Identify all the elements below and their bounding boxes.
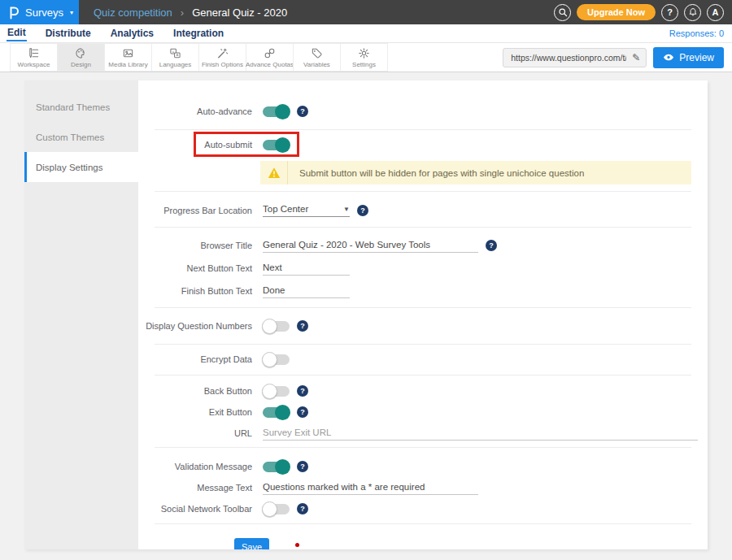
edit-url-pencil-icon[interactable]: ✎ <box>632 52 640 63</box>
toolbar-variables-label: Variables <box>303 61 330 68</box>
display-settings-form: Auto-advance Auto-submit <box>138 80 708 549</box>
section-validation: Validation Message Message Text Social N… <box>138 448 708 523</box>
advance-quotas-links-icon <box>264 47 276 59</box>
sidebar-item-display-settings[interactable]: Display Settings <box>24 152 138 182</box>
bell-icon <box>688 7 698 17</box>
media-library-icon <box>122 47 134 59</box>
next-button-text-label: Next Button Text <box>138 263 252 273</box>
workspace-icon <box>28 47 40 59</box>
toolbar-advance-quotas[interactable]: Advance Quotas <box>246 43 294 72</box>
preview-button-label: Preview <box>679 52 714 63</box>
preview-button[interactable]: Preview <box>653 47 724 68</box>
toolbar-finish-options[interactable]: Finish Options <box>198 43 246 72</box>
section-encrypt-data: Encrypt Data <box>138 345 708 375</box>
auto-advance-help-icon[interactable] <box>297 106 308 117</box>
section-question-numbers: Display Question Numbers <box>138 308 708 344</box>
exit-url-input[interactable] <box>263 426 698 441</box>
svg-text:a: a <box>172 49 175 53</box>
message-text-input[interactable] <box>263 480 478 495</box>
display-question-numbers-label: Display Question Numbers <box>138 321 252 331</box>
toolbar-design[interactable]: Design <box>57 43 105 72</box>
account-avatar[interactable]: A <box>707 4 724 21</box>
help-button[interactable]: ? <box>661 4 678 21</box>
social-network-toolbar-toggle[interactable] <box>263 504 290 514</box>
auto-submit-toggle[interactable] <box>263 140 290 150</box>
browser-title-help-icon[interactable] <box>486 240 497 251</box>
section-auto-advance: Auto-advance <box>138 80 708 129</box>
toolbar-languages-label: Languages <box>159 61 192 68</box>
breadcrumb-survey-title: General Quiz - 2020 <box>192 7 287 19</box>
save-button[interactable]: Save <box>234 538 269 549</box>
search-button[interactable] <box>554 4 571 21</box>
toolbar-variables[interactable]: Variables <box>293 43 341 72</box>
exit-button-help-icon[interactable] <box>297 406 308 418</box>
sidebar-item-custom-themes[interactable]: Custom Themes <box>24 122 138 152</box>
validation-message-toggle[interactable] <box>263 462 290 472</box>
tab-edit[interactable]: Edit <box>7 25 27 41</box>
validation-message-label: Validation Message <box>138 462 252 471</box>
tab-distribute[interactable]: Distribute <box>45 26 92 41</box>
back-button-label: Back Button <box>138 386 252 396</box>
progress-bar-location-select[interactable]: Top Center ▼ <box>263 204 350 217</box>
browser-title-input[interactable] <box>263 238 478 253</box>
display-question-numbers-help-icon[interactable] <box>297 320 308 332</box>
message-text-label: Message Text <box>138 483 252 493</box>
breadcrumb: Quiz competition › General Quiz - 2020 <box>94 0 287 24</box>
progress-bar-location-value: Top Center <box>263 204 308 214</box>
design-panel: Standard Themes Custom Themes Display Se… <box>24 80 708 549</box>
section-progress-bar: Progress Bar Location Top Center ▼ <box>138 192 708 227</box>
design-sidebar: Standard Themes Custom Themes Display Se… <box>24 80 138 549</box>
eye-icon <box>663 53 674 62</box>
validation-message-help-icon[interactable] <box>297 461 308 472</box>
questionpro-logo-icon <box>8 6 20 20</box>
warning-triangle-icon <box>268 167 281 179</box>
encrypt-data-toggle[interactable] <box>263 354 290 365</box>
surveys-menu-label: Surveys <box>25 7 63 19</box>
browser-title-label: Browser Title <box>138 241 252 250</box>
section-auto-submit: Auto-submit Submit button will be hidden… <box>138 130 708 191</box>
exit-button-label: Exit Button <box>138 407 252 417</box>
toolbar-media-library[interactable]: Media Library <box>104 43 152 72</box>
variables-tag-icon <box>311 47 323 59</box>
next-button-text-input[interactable] <box>263 261 350 276</box>
survey-nav: Edit Distribute Analytics Integration Re… <box>0 24 732 43</box>
red-dot-annotation <box>295 543 299 547</box>
responses-count[interactable]: Responses: 0 <box>669 28 724 38</box>
toolbar-languages[interactable]: aA Languages <box>151 43 199 72</box>
finish-button-text-input[interactable] <box>263 284 350 298</box>
breadcrumb-folder[interactable]: Quiz competition <box>94 7 172 19</box>
back-button-toggle[interactable] <box>263 386 290 397</box>
notifications-button[interactable] <box>684 4 701 21</box>
tab-integration[interactable]: Integration <box>172 26 224 41</box>
surveys-menu[interactable]: Surveys ▾ <box>0 0 79 24</box>
chevron-down-icon: ▼ <box>343 206 350 213</box>
exit-button-toggle[interactable] <box>263 407 290 418</box>
section-save: Save <box>138 524 708 549</box>
auto-advance-toggle[interactable] <box>263 106 290 117</box>
toolbar-workspace-label: Workspace <box>18 61 50 68</box>
top-bar: Surveys ▾ Quiz competition › General Qui… <box>0 0 732 24</box>
social-network-toolbar-help-icon[interactable] <box>297 503 308 514</box>
toolbar-media-library-label: Media Library <box>108 61 147 68</box>
upgrade-now-button[interactable]: Upgrade Now <box>577 4 656 20</box>
progress-bar-help-icon[interactable] <box>357 205 368 216</box>
sidebar-item-standard-themes[interactable]: Standard Themes <box>24 92 138 122</box>
toolbar-workspace[interactable]: Workspace <box>10 43 58 72</box>
auto-submit-label: Auto-submit <box>138 140 252 150</box>
settings-gear-icon <box>358 47 370 59</box>
toolbar-settings-label: Settings <box>352 61 376 68</box>
display-question-numbers-toggle[interactable] <box>263 321 290 332</box>
survey-url-box: https://www.questionpro.com/t/APNrFZ ✎ <box>503 48 647 67</box>
tab-analytics[interactable]: Analytics <box>110 26 155 41</box>
back-button-help-icon[interactable] <box>297 385 308 397</box>
auto-submit-warning-text: Submit button will be hidden for pages w… <box>288 161 584 184</box>
content-area: Standard Themes Custom Themes Display Se… <box>0 72 732 560</box>
section-navigation-buttons: Back Button Exit Button URL <box>138 376 708 447</box>
toolbar-right: https://www.questionpro.com/t/APNrFZ ✎ P… <box>503 43 732 72</box>
finish-options-wand-icon <box>216 47 229 59</box>
survey-url[interactable]: https://www.questionpro.com/t/APNrFZ <box>511 53 626 63</box>
search-icon <box>558 7 568 17</box>
auto-advance-label: Auto-advance <box>138 106 252 116</box>
toolbar-settings[interactable]: Settings <box>340 43 388 72</box>
languages-icon: aA <box>169 47 181 59</box>
